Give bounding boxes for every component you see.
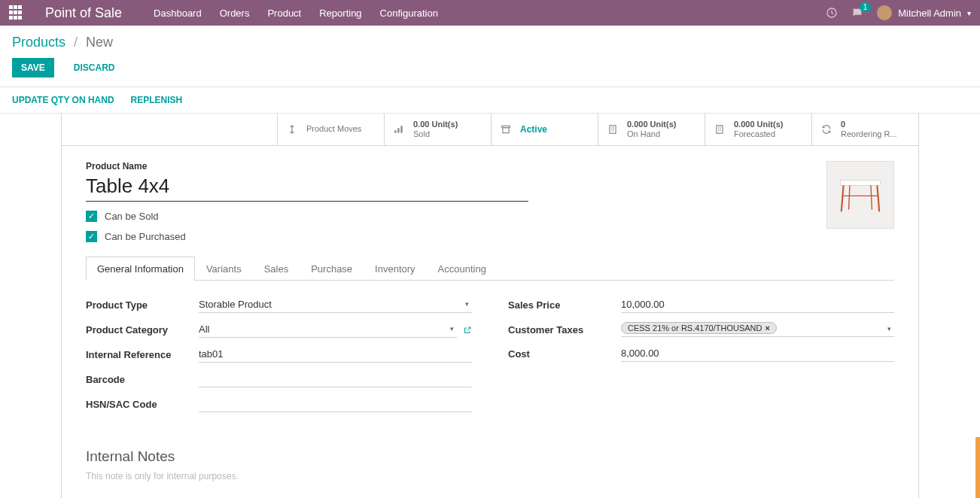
chevron-down-icon: ▾ <box>887 325 891 333</box>
menu-configuration[interactable]: Configuration <box>380 8 438 19</box>
stat-buttons: Product Moves 0.00 Unit(s)Sold Active 0.… <box>62 114 918 146</box>
scrollbar[interactable] <box>975 437 980 498</box>
stat-sold-value: 0.00 Unit(s) <box>413 120 458 129</box>
stat-sold-label: Sold <box>413 129 430 138</box>
tab-sales[interactable]: Sales <box>253 257 300 281</box>
arrows-icon <box>285 123 299 136</box>
tab-variants[interactable]: Variants <box>195 257 253 281</box>
svg-rect-1 <box>394 130 396 133</box>
stat-active[interactable]: Active <box>491 114 598 145</box>
barcode-label: Barcode <box>86 374 199 385</box>
svg-line-11 <box>849 185 850 209</box>
tab-accounting[interactable]: Accounting <box>427 257 498 281</box>
breadcrumb: Products / New <box>12 35 968 50</box>
clock-icon[interactable] <box>826 7 838 19</box>
stat-forecast-value: 0.000 Unit(s) <box>734 120 783 129</box>
stat-onhand-value: 0.000 Unit(s) <box>627 120 676 129</box>
building-icon <box>606 123 619 135</box>
barcode-input[interactable] <box>199 372 472 387</box>
svg-rect-2 <box>397 128 399 132</box>
svg-rect-8 <box>840 180 880 185</box>
stat-spacer <box>62 114 277 145</box>
breadcrumb-current: New <box>86 35 113 50</box>
stat-sold[interactable]: 0.00 Unit(s)Sold <box>384 114 491 145</box>
product-category-select[interactable] <box>199 322 457 338</box>
menu-product[interactable]: Product <box>267 8 301 19</box>
stat-active-label: Active <box>520 124 547 135</box>
cost-label: Cost <box>508 348 621 360</box>
tax-tag-remove[interactable]: × <box>765 323 770 333</box>
product-name-input[interactable] <box>86 173 528 202</box>
bars-icon <box>392 124 406 135</box>
customer-taxes-label: Customer Taxes <box>508 324 621 336</box>
svg-line-9 <box>842 185 844 211</box>
sheet-wrapper: Product Moves 0.00 Unit(s)Sold Active 0.… <box>0 114 980 498</box>
menu-orders[interactable]: Orders <box>220 8 250 19</box>
tabs: General Information Variants Sales Purch… <box>86 256 894 281</box>
menu-reporting[interactable]: Reporting <box>319 8 361 19</box>
stat-product-moves[interactable]: Product Moves <box>277 114 384 145</box>
left-column: Product Type ▾ Product Category ▾ <box>86 297 472 421</box>
stat-reordering[interactable]: 0Reordering R... <box>811 114 918 145</box>
apps-icon[interactable] <box>9 5 24 20</box>
form-sheet: Product Moves 0.00 Unit(s)Sold Active 0.… <box>61 114 919 498</box>
chevron-down-icon: ▾ <box>967 9 971 17</box>
breadcrumb-row: Products / New <box>0 26 980 55</box>
stat-onhand[interactable]: 0.000 Unit(s)On Hand <box>598 114 705 145</box>
internal-ref-input[interactable] <box>199 347 472 363</box>
menu-dashboard[interactable]: Dashboard <box>154 8 202 19</box>
cost-input[interactable] <box>621 346 894 362</box>
tab-inventory[interactable]: Inventory <box>364 257 426 281</box>
can-be-sold-checkbox[interactable]: ✓ <box>86 211 97 222</box>
breadcrumb-sep: / <box>74 35 78 50</box>
product-category-label: Product Category <box>86 324 199 336</box>
product-image[interactable] <box>826 161 894 229</box>
avatar <box>877 5 892 20</box>
internal-notes-heading: Internal Notes <box>86 448 894 465</box>
control-panel: Save Discard <box>0 55 980 87</box>
svg-line-12 <box>871 185 872 209</box>
right-column: Sales Price Customer Taxes CESS 21% or R… <box>508 297 894 421</box>
update-qty-button[interactable]: Update Qty On Hand <box>12 95 114 105</box>
stat-forecast[interactable]: 0.000 Unit(s)Forecasted <box>705 114 811 145</box>
hsn-label: HSN/SAC Code <box>86 399 199 410</box>
tab-purchase[interactable]: Purchase <box>300 257 364 281</box>
chat-icon[interactable]: 1 <box>851 7 863 19</box>
refresh-icon <box>820 124 833 135</box>
hsn-input[interactable] <box>199 396 472 412</box>
external-link-icon[interactable] <box>463 326 472 335</box>
user-menu[interactable]: Mitchell Admin ▾ <box>877 5 971 20</box>
customer-taxes-field[interactable]: CESS 21% or RS.4170/THOUSAND × ▾ <box>621 322 894 337</box>
action-bar: Update Qty On Hand Replenish <box>0 87 980 114</box>
main-menu: Dashboard Orders Product Reporting Confi… <box>154 8 826 19</box>
sales-price-label: Sales Price <box>508 299 621 311</box>
can-be-purchased-checkbox[interactable]: ✓ <box>86 231 97 242</box>
svg-rect-6 <box>610 126 616 134</box>
discard-button[interactable]: Discard <box>65 58 124 77</box>
internal-ref-label: Internal Reference <box>86 349 199 360</box>
form-body: Product Name ✓ Can be Sold ✓ Can be Purc… <box>62 146 918 498</box>
tab-general-information[interactable]: General Information <box>86 257 195 281</box>
user-name: Mitchell Admin <box>898 8 961 19</box>
product-name-label: Product Name <box>86 161 894 172</box>
sales-price-input[interactable] <box>621 297 894 313</box>
building-icon <box>713 123 726 135</box>
chat-badge: 1 <box>860 2 872 12</box>
svg-rect-3 <box>400 126 402 132</box>
tax-tag-label: CESS 21% or RS.4170/THOUSAND <box>628 323 762 333</box>
stat-onhand-label: On Hand <box>627 129 660 138</box>
stat-moves-label: Product Moves <box>306 124 361 133</box>
stat-forecast-label: Forecasted <box>734 129 775 138</box>
can-be-purchased-label: Can be Purchased <box>105 231 186 242</box>
stat-reorder-label: Reordering R... <box>841 129 897 138</box>
breadcrumb-root[interactable]: Products <box>12 35 65 50</box>
product-type-select[interactable] <box>199 297 472 313</box>
replenish-button[interactable]: Replenish <box>131 95 183 105</box>
app-brand: Point of Sale <box>45 5 122 21</box>
svg-rect-5 <box>503 128 509 133</box>
product-type-label: Product Type <box>86 299 199 311</box>
svg-rect-7 <box>717 126 723 134</box>
stat-reorder-value: 0 <box>841 120 845 129</box>
save-button[interactable]: Save <box>12 58 54 77</box>
internal-notes-placeholder[interactable]: This note is only for internal purposes. <box>86 471 894 481</box>
